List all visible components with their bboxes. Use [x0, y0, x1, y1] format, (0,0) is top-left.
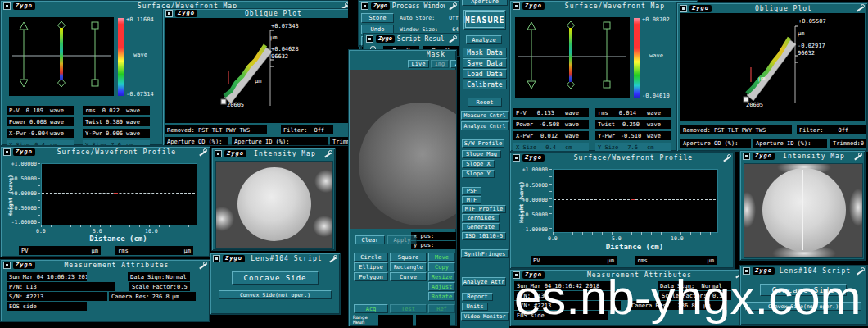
ref-mode-button[interactable]: Ref [428, 304, 455, 313]
curve-shape-button[interactable]: Curve [390, 272, 427, 281]
live-view-button[interactable]: Live [408, 60, 429, 68]
zoom-view-button[interactable]: Zoom [450, 60, 457, 68]
analyze-attr-button[interactable]: Analyze Attr [462, 277, 506, 286]
video-monitor-button[interactable]: Video Monitor [461, 312, 509, 321]
range-value-field [378, 315, 413, 326]
aperture-id-field[interactable]: Aperture ID (%): [232, 137, 328, 146]
wrench-icon[interactable] [198, 262, 207, 270]
save-data-button[interactable]: Save Data [463, 58, 507, 68]
units-button[interactable]: Units [462, 303, 488, 311]
side-field[interactable]: EOS side [7, 302, 87, 311]
pv-field: PVµm [19, 246, 101, 255]
wrench-icon[interactable] [323, 150, 332, 158]
img-view-button[interactable]: Img [431, 60, 449, 68]
test-mode-button[interactable]: Test [390, 304, 427, 313]
calibrate-button[interactable]: Calibrate [463, 80, 507, 89]
close-icon[interactable] [213, 255, 220, 262]
move-op-button[interactable]: Move [428, 253, 455, 262]
window-surface-map-right: Zygo Surface/Wavefront Map +0.08702 wave [509, 0, 698, 152]
mtf-button[interactable]: MTF [462, 196, 481, 204]
mask-data-button[interactable]: Mask Data [463, 48, 507, 57]
part-number-field[interactable]: P/N: L13 [7, 282, 115, 291]
slope-mag-button[interactable]: Slope Mag [462, 150, 501, 158]
mtf-profile-button[interactable]: MTF Profile [462, 205, 506, 213]
psf-button[interactable]: PSF [462, 187, 481, 195]
adjust-op-button[interactable]: Adjust [428, 282, 455, 291]
stat-xsize[interactable]: X Size0.4cm [513, 143, 589, 152]
circle-shape-button[interactable]: Circle [354, 253, 388, 262]
generate-button[interactable]: Generate [462, 223, 500, 231]
stat-power: Power0.008wave [7, 117, 74, 126]
acq-mode-button[interactable]: Acq [354, 304, 388, 313]
concave-side-button[interactable]: Concave Side [232, 271, 319, 285]
removed-field[interactable]: Removed: PST TLT PWY TWS [165, 125, 267, 134]
x-tick: 5.0 [612, 235, 622, 242]
stat-xsize[interactable]: X Size0.4cm [7, 140, 74, 146]
serial-number-field[interactable]: S/N: #2213 [7, 292, 107, 301]
stat-ysize[interactable]: Y Size7.6cm [83, 140, 150, 146]
plot-unit: µm [758, 75, 765, 82]
measure-button[interactable]: MEASURE [463, 10, 506, 30]
close-icon[interactable] [165, 10, 173, 17]
trimmed-field: Trimmed:0 [830, 139, 866, 148]
load-data-button[interactable]: Load Data [463, 69, 507, 79]
stat-ypwr: Y-Pwr0.006wave [83, 129, 150, 138]
scale-factor-field[interactable]: Scale Factor:0.5 [129, 282, 190, 291]
resize-op-button[interactable]: Resize [428, 272, 455, 281]
slope-y-button[interactable]: Slope Y [462, 170, 495, 178]
close-icon[interactable] [680, 5, 687, 12]
polygon-shape-button[interactable]: Polygon [354, 272, 388, 281]
wrench-icon[interactable] [853, 153, 862, 161]
mask-clear-button[interactable]: Clear [355, 235, 385, 244]
mask-apply-button[interactable]: Apply [387, 235, 417, 244]
y-pos-field[interactable]: y pos: [411, 241, 456, 249]
aperture-od-field[interactable]: Aperture OD (%): [165, 137, 228, 146]
x-pos-field[interactable]: x pos: [411, 232, 456, 240]
wrench-icon[interactable] [198, 148, 207, 157]
wavefront-map-plot [515, 17, 630, 98]
synthfringes-button[interactable]: SynthFringes [461, 249, 509, 258]
close-icon[interactable] [513, 2, 520, 10]
window-size-setting[interactable]: Window Size:64 [400, 26, 459, 33]
aperture-id-field[interactable]: Aperture ID (%): [753, 139, 827, 148]
auto-store-setting[interactable]: Auto Store:Off [400, 15, 459, 21]
aperture-button-partial[interactable]: Aperture [462, 0, 508, 6]
copy-op-button[interactable]: Copy [428, 262, 455, 271]
analyze-cntrl-button[interactable]: Analyze Cntrl [461, 121, 509, 130]
wrench-icon[interactable] [328, 255, 337, 263]
convex-side-button[interactable]: Convex Side(not oper.) [219, 290, 332, 299]
stat-ysize[interactable]: Y Size7.6cm [595, 143, 671, 152]
rectangle-shape-button[interactable]: Rectangle [390, 262, 427, 271]
close-icon[interactable] [3, 2, 11, 10]
slope-x-button[interactable]: Slope X [462, 160, 495, 168]
wrench-icon[interactable] [722, 154, 731, 162]
wrench-icon[interactable] [448, 2, 457, 11]
zernikes-button[interactable]: Zernikes [462, 214, 500, 222]
removed-field[interactable]: Removed: PST TLT PWY TWS [680, 125, 792, 134]
close-icon[interactable] [3, 262, 11, 269]
close-icon[interactable] [3, 148, 11, 156]
analyze-button[interactable]: Analyze [466, 35, 502, 44]
scale-unit: wave [649, 52, 663, 59]
rotate-op-button[interactable]: Rotate [428, 292, 455, 301]
close-icon[interactable] [366, 35, 373, 43]
square-shape-button[interactable]: Square [390, 253, 427, 262]
data-sign-field[interactable]: Data Sign:Normal [128, 272, 190, 281]
measure-cntrl-button[interactable]: Measure Cntrl [461, 111, 509, 120]
close-icon[interactable] [215, 150, 222, 157]
close-icon[interactable] [743, 153, 750, 160]
date-field: Sun Mar 04 10:06:23 2018 [7, 272, 87, 281]
sw-profile-button[interactable]: S/W Profile [462, 139, 504, 148]
close-icon[interactable] [361, 2, 368, 10]
wrench-icon[interactable] [856, 4, 865, 12]
reset-button[interactable]: Reset [468, 98, 502, 107]
report-button[interactable]: Report [462, 293, 493, 301]
iso-10110-button[interactable]: ISO 10110-5 [462, 232, 506, 240]
filter-field[interactable]: Filter:Off [281, 125, 333, 134]
wrench-icon[interactable] [448, 35, 457, 43]
filter-field[interactable]: Filter:Off [797, 125, 866, 134]
close-icon[interactable] [513, 154, 520, 162]
store-button[interactable]: Store [361, 13, 394, 23]
aperture-od-field[interactable]: Aperture OD (%): [680, 139, 751, 148]
ellipse-shape-button[interactable]: Ellipse [354, 262, 388, 271]
